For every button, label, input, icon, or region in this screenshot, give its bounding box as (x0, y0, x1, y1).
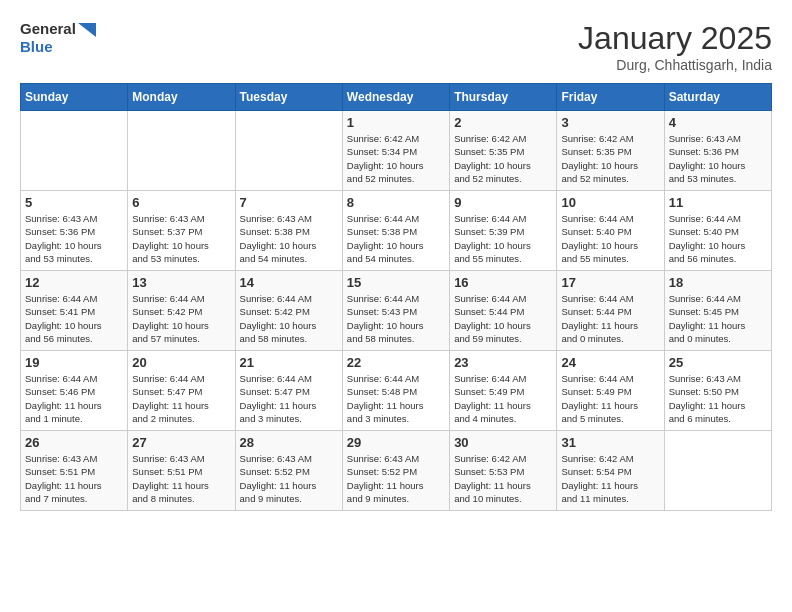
day-number: 24 (561, 355, 659, 370)
day-number: 2 (454, 115, 552, 130)
day-number: 8 (347, 195, 445, 210)
day-number: 10 (561, 195, 659, 210)
day-number: 29 (347, 435, 445, 450)
calendar-cell (664, 431, 771, 511)
day-info: Sunrise: 6:42 AM Sunset: 5:35 PM Dayligh… (561, 132, 659, 185)
day-number: 20 (132, 355, 230, 370)
calendar-cell: 5Sunrise: 6:43 AM Sunset: 5:36 PM Daylig… (21, 191, 128, 271)
header-cell-monday: Monday (128, 84, 235, 111)
day-info: Sunrise: 6:43 AM Sunset: 5:36 PM Dayligh… (25, 212, 123, 265)
header-cell-tuesday: Tuesday (235, 84, 342, 111)
day-number: 23 (454, 355, 552, 370)
day-number: 4 (669, 115, 767, 130)
calendar-cell: 13Sunrise: 6:44 AM Sunset: 5:42 PM Dayli… (128, 271, 235, 351)
day-info: Sunrise: 6:43 AM Sunset: 5:36 PM Dayligh… (669, 132, 767, 185)
day-info: Sunrise: 6:43 AM Sunset: 5:52 PM Dayligh… (240, 452, 338, 505)
day-number: 11 (669, 195, 767, 210)
day-info: Sunrise: 6:44 AM Sunset: 5:49 PM Dayligh… (561, 372, 659, 425)
day-number: 5 (25, 195, 123, 210)
day-info: Sunrise: 6:44 AM Sunset: 5:47 PM Dayligh… (132, 372, 230, 425)
header-cell-thursday: Thursday (450, 84, 557, 111)
page-header: General Blue January 2025 Durg, Chhattis… (20, 20, 772, 73)
day-info: Sunrise: 6:43 AM Sunset: 5:50 PM Dayligh… (669, 372, 767, 425)
day-info: Sunrise: 6:44 AM Sunset: 5:45 PM Dayligh… (669, 292, 767, 345)
calendar-cell: 31Sunrise: 6:42 AM Sunset: 5:54 PM Dayli… (557, 431, 664, 511)
calendar-cell: 12Sunrise: 6:44 AM Sunset: 5:41 PM Dayli… (21, 271, 128, 351)
calendar-cell: 10Sunrise: 6:44 AM Sunset: 5:40 PM Dayli… (557, 191, 664, 271)
title-block: January 2025 Durg, Chhattisgarh, India (578, 20, 772, 73)
calendar-cell: 14Sunrise: 6:44 AM Sunset: 5:42 PM Dayli… (235, 271, 342, 351)
day-info: Sunrise: 6:44 AM Sunset: 5:47 PM Dayligh… (240, 372, 338, 425)
calendar-cell: 15Sunrise: 6:44 AM Sunset: 5:43 PM Dayli… (342, 271, 449, 351)
header-row: SundayMondayTuesdayWednesdayThursdayFrid… (21, 84, 772, 111)
day-info: Sunrise: 6:44 AM Sunset: 5:44 PM Dayligh… (454, 292, 552, 345)
location-subtitle: Durg, Chhattisgarh, India (578, 57, 772, 73)
calendar-cell: 23Sunrise: 6:44 AM Sunset: 5:49 PM Dayli… (450, 351, 557, 431)
calendar-cell: 8Sunrise: 6:44 AM Sunset: 5:38 PM Daylig… (342, 191, 449, 271)
day-number: 28 (240, 435, 338, 450)
calendar-table: SundayMondayTuesdayWednesdayThursdayFrid… (20, 83, 772, 511)
header-cell-wednesday: Wednesday (342, 84, 449, 111)
calendar-cell (235, 111, 342, 191)
day-number: 30 (454, 435, 552, 450)
calendar-cell: 11Sunrise: 6:44 AM Sunset: 5:40 PM Dayli… (664, 191, 771, 271)
day-info: Sunrise: 6:44 AM Sunset: 5:40 PM Dayligh… (669, 212, 767, 265)
day-info: Sunrise: 6:42 AM Sunset: 5:53 PM Dayligh… (454, 452, 552, 505)
day-number: 17 (561, 275, 659, 290)
calendar-cell: 27Sunrise: 6:43 AM Sunset: 5:51 PM Dayli… (128, 431, 235, 511)
day-info: Sunrise: 6:44 AM Sunset: 5:48 PM Dayligh… (347, 372, 445, 425)
day-info: Sunrise: 6:43 AM Sunset: 5:37 PM Dayligh… (132, 212, 230, 265)
logo: General Blue (20, 20, 96, 56)
calendar-cell: 20Sunrise: 6:44 AM Sunset: 5:47 PM Dayli… (128, 351, 235, 431)
day-number: 27 (132, 435, 230, 450)
day-number: 19 (25, 355, 123, 370)
day-info: Sunrise: 6:44 AM Sunset: 5:40 PM Dayligh… (561, 212, 659, 265)
header-cell-friday: Friday (557, 84, 664, 111)
day-info: Sunrise: 6:42 AM Sunset: 5:34 PM Dayligh… (347, 132, 445, 185)
day-info: Sunrise: 6:44 AM Sunset: 5:44 PM Dayligh… (561, 292, 659, 345)
week-row-5: 26Sunrise: 6:43 AM Sunset: 5:51 PM Dayli… (21, 431, 772, 511)
day-number: 22 (347, 355, 445, 370)
day-number: 14 (240, 275, 338, 290)
day-number: 13 (132, 275, 230, 290)
calendar-cell: 21Sunrise: 6:44 AM Sunset: 5:47 PM Dayli… (235, 351, 342, 431)
calendar-cell (128, 111, 235, 191)
day-number: 31 (561, 435, 659, 450)
calendar-cell: 22Sunrise: 6:44 AM Sunset: 5:48 PM Dayli… (342, 351, 449, 431)
calendar-cell: 6Sunrise: 6:43 AM Sunset: 5:37 PM Daylig… (128, 191, 235, 271)
day-info: Sunrise: 6:43 AM Sunset: 5:51 PM Dayligh… (132, 452, 230, 505)
day-info: Sunrise: 6:44 AM Sunset: 5:38 PM Dayligh… (347, 212, 445, 265)
week-row-1: 1Sunrise: 6:42 AM Sunset: 5:34 PM Daylig… (21, 111, 772, 191)
day-info: Sunrise: 6:44 AM Sunset: 5:39 PM Dayligh… (454, 212, 552, 265)
day-info: Sunrise: 6:42 AM Sunset: 5:54 PM Dayligh… (561, 452, 659, 505)
day-info: Sunrise: 6:43 AM Sunset: 5:51 PM Dayligh… (25, 452, 123, 505)
day-info: Sunrise: 6:44 AM Sunset: 5:46 PM Dayligh… (25, 372, 123, 425)
day-number: 21 (240, 355, 338, 370)
calendar-cell: 1Sunrise: 6:42 AM Sunset: 5:34 PM Daylig… (342, 111, 449, 191)
header-cell-saturday: Saturday (664, 84, 771, 111)
day-info: Sunrise: 6:42 AM Sunset: 5:35 PM Dayligh… (454, 132, 552, 185)
day-number: 15 (347, 275, 445, 290)
calendar-cell: 17Sunrise: 6:44 AM Sunset: 5:44 PM Dayli… (557, 271, 664, 351)
calendar-cell: 3Sunrise: 6:42 AM Sunset: 5:35 PM Daylig… (557, 111, 664, 191)
calendar-cell: 18Sunrise: 6:44 AM Sunset: 5:45 PM Dayli… (664, 271, 771, 351)
day-number: 25 (669, 355, 767, 370)
calendar-cell: 26Sunrise: 6:43 AM Sunset: 5:51 PM Dayli… (21, 431, 128, 511)
day-number: 3 (561, 115, 659, 130)
week-row-4: 19Sunrise: 6:44 AM Sunset: 5:46 PM Dayli… (21, 351, 772, 431)
calendar-cell: 30Sunrise: 6:42 AM Sunset: 5:53 PM Dayli… (450, 431, 557, 511)
day-number: 6 (132, 195, 230, 210)
calendar-cell: 4Sunrise: 6:43 AM Sunset: 5:36 PM Daylig… (664, 111, 771, 191)
calendar-cell: 9Sunrise: 6:44 AM Sunset: 5:39 PM Daylig… (450, 191, 557, 271)
day-info: Sunrise: 6:44 AM Sunset: 5:42 PM Dayligh… (240, 292, 338, 345)
day-info: Sunrise: 6:43 AM Sunset: 5:38 PM Dayligh… (240, 212, 338, 265)
calendar-cell: 29Sunrise: 6:43 AM Sunset: 5:52 PM Dayli… (342, 431, 449, 511)
day-number: 16 (454, 275, 552, 290)
header-cell-sunday: Sunday (21, 84, 128, 111)
week-row-3: 12Sunrise: 6:44 AM Sunset: 5:41 PM Dayli… (21, 271, 772, 351)
day-info: Sunrise: 6:44 AM Sunset: 5:42 PM Dayligh… (132, 292, 230, 345)
day-number: 26 (25, 435, 123, 450)
month-title: January 2025 (578, 20, 772, 57)
day-number: 1 (347, 115, 445, 130)
calendar-cell: 25Sunrise: 6:43 AM Sunset: 5:50 PM Dayli… (664, 351, 771, 431)
